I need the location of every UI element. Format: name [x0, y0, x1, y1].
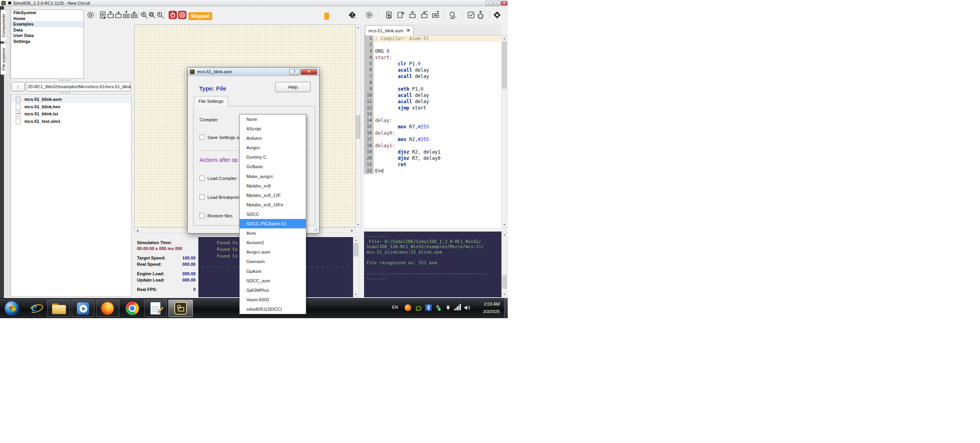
- checkbox-icon[interactable]: [200, 135, 205, 140]
- editor-settings-gear-icon[interactable]: [365, 11, 374, 19]
- simulide-taskbar-button[interactable]: [168, 300, 193, 317]
- canvas-vscrollbar[interactable]: ▲▼: [355, 24, 361, 228]
- upload-firmware-icon[interactable]: [476, 11, 485, 19]
- bluetooth-icon[interactable]: [425, 304, 432, 311]
- save-settings-checkbox[interactable]: Save Settings at: [200, 135, 240, 140]
- console-scrollbar[interactable]: ▲▼: [353, 237, 359, 297]
- dropdown-item[interactable]: SDCC_asm: [240, 276, 306, 285]
- avast-icon[interactable]: [405, 304, 411, 311]
- pause-button-icon[interactable]: [178, 11, 187, 19]
- dropdown-item[interactable]: Arduino: [240, 133, 306, 143]
- new-file-icon[interactable]: [396, 11, 405, 19]
- tab-close-icon[interactable]: ✕: [407, 28, 410, 33]
- dropdown-item[interactable]: Avrasm2: [240, 238, 306, 247]
- resize-grip[interactable]: [313, 227, 318, 232]
- volume-icon[interactable]: [464, 304, 470, 311]
- file-item[interactable]: mcs-51_blink.hex: [11, 103, 131, 111]
- window-titlebar[interactable]: SimulIDE_1.2.0-RC1-1125 - New Circuit: [0, 0, 508, 6]
- folder-up-button[interactable]: ↑: [11, 82, 25, 91]
- dropdown-item[interactable]: Dummy C: [240, 152, 306, 162]
- tree-item-settings[interactable]: Settings: [11, 39, 83, 44]
- dropdown-item[interactable]: Make_avrgcc: [240, 172, 306, 181]
- checkbox-icon[interactable]: [200, 195, 205, 200]
- dialog-help-icon[interactable]: ?: [289, 69, 300, 75]
- settings-gear-icon[interactable]: [86, 11, 95, 19]
- tree-item-filesystem[interactable]: FileSystem: [11, 10, 83, 16]
- dropdown-item[interactable]: GcBasic: [240, 162, 306, 171]
- dropdown-item[interactable]: SjASMPlus: [240, 285, 306, 295]
- dropdown-item[interactable]: Gavrasm: [240, 257, 306, 266]
- save-circuit-icon[interactable]: [114, 11, 123, 19]
- zoom-selected-icon[interactable]: [148, 11, 156, 19]
- dropdown-item[interactable]: Avrgcc: [240, 143, 306, 152]
- usb-icon[interactable]: [435, 304, 441, 311]
- file-item[interactable]: mcs-51_blink.lst: [11, 110, 131, 118]
- dropdown-item[interactable]: Vasm-6502: [240, 295, 306, 304]
- zoom-fit-icon[interactable]: [140, 11, 148, 19]
- zoom-one-icon[interactable]: [156, 11, 165, 19]
- dropdown-item[interactable]: Avra: [240, 228, 306, 238]
- file-item[interactable]: mcs-51_test.sim1: [11, 118, 131, 125]
- power-button-icon[interactable]: [168, 11, 177, 19]
- dropdown-item[interactable]: Mplabx_xc8_16Fe: [240, 200, 306, 209]
- show-desktop-button[interactable]: [504, 298, 508, 318]
- dropdown-item[interactable]: None: [240, 115, 306, 124]
- minimize-button[interactable]: ─: [486, 1, 493, 6]
- start-button-taskbar-button[interactable]: [2, 300, 21, 317]
- dropdown-item[interactable]: sdas8051(SDCC): [240, 304, 306, 314]
- restore-files-checkbox[interactable]: Restore files: [200, 213, 233, 218]
- debug-run-icon[interactable]: [348, 11, 357, 19]
- dropdown-item[interactable]: SDCC-PICAsem-51: [240, 219, 306, 228]
- power-plug-icon[interactable]: [445, 304, 451, 311]
- dropdown-item[interactable]: AScript: [240, 124, 306, 133]
- dialog-close-button[interactable]: ✕: [301, 69, 317, 75]
- recent-files-icon[interactable]: [431, 11, 440, 19]
- compile-check-icon[interactable]: [467, 11, 475, 19]
- tab-components[interactable]: Components: [0, 9, 6, 42]
- tab-file-settings[interactable]: File Settings: [194, 96, 228, 106]
- help-button[interactable]: Help: [275, 82, 311, 92]
- tree-item-user-data[interactable]: User Data: [11, 33, 83, 39]
- editor-tab[interactable]: mcs-51_blink.asm ✕: [365, 25, 414, 35]
- close-button[interactable]: ✕: [501, 1, 508, 6]
- media-player-taskbar-button[interactable]: [72, 300, 94, 317]
- network-icon[interactable]: [454, 304, 461, 311]
- save-circuit-as-icon[interactable]: [130, 11, 139, 19]
- code-editor[interactable]: 1; Compiler: Asem-5123ORG 04start:5 clr …: [364, 35, 501, 228]
- tree-item-examples[interactable]: Examples: [11, 21, 83, 27]
- checkbox-icon[interactable]: [200, 213, 205, 218]
- dropdown-item[interactable]: GpAsm: [240, 267, 306, 276]
- dropdown-item[interactable]: Mplabx_xc8_12F: [240, 191, 306, 200]
- editor-scrollbar[interactable]: ▲▼: [501, 35, 507, 228]
- taskbar-clock[interactable]: 2:03 AM 3/3/2025: [472, 300, 500, 315]
- load-breakpoints-checkbox[interactable]: Load Breakpoints: [200, 195, 243, 200]
- nvidia-icon[interactable]: [415, 304, 422, 311]
- chrome-taskbar-button[interactable]: [121, 300, 143, 317]
- dropdown-item[interactable]: SDCC: [240, 209, 306, 219]
- language-indicator[interactable]: EN: [392, 305, 398, 310]
- tree-item-home[interactable]: Home: [11, 16, 83, 22]
- terminal-scrollbar[interactable]: ▲▼: [501, 232, 507, 297]
- load-circuit-icon[interactable]: [122, 11, 131, 19]
- reload-file-icon[interactable]: [385, 11, 393, 19]
- path-input[interactable]: 20-RC1_Win32/examples/Micro/mcs-51/mcs-5…: [26, 82, 131, 91]
- checkbox-icon[interactable]: [200, 176, 205, 181]
- open-circuit-icon[interactable]: [106, 11, 115, 19]
- file-item[interactable]: mcs-51_blink.asm: [11, 96, 131, 103]
- tree-item-data[interactable]: Data: [11, 27, 83, 33]
- find-replace-icon[interactable]: [448, 11, 457, 19]
- maximize-button[interactable]: □: [493, 1, 500, 6]
- load-compiler-checkbox[interactable]: Load Compiler: [200, 176, 237, 181]
- firefox-taskbar-button[interactable]: [96, 300, 119, 317]
- dropdown-item[interactable]: Avrgcc-asm: [240, 247, 306, 257]
- debugger-bug-icon[interactable]: [493, 11, 501, 19]
- notepad-taskbar-button[interactable]: [144, 300, 167, 317]
- code-line: 5 clr P1.0: [364, 61, 501, 67]
- dropdown-item[interactable]: Mplabx_xc8: [240, 181, 306, 191]
- windows-explorer-taskbar-button[interactable]: [47, 300, 70, 317]
- tab-file-explorer[interactable]: File explorer: [0, 43, 6, 75]
- internet-explorer-taskbar-button[interactable]: [25, 300, 46, 317]
- save-file-icon[interactable]: [420, 11, 429, 19]
- open-file-icon[interactable]: [408, 11, 417, 19]
- new-circuit-icon[interactable]: [98, 11, 107, 19]
